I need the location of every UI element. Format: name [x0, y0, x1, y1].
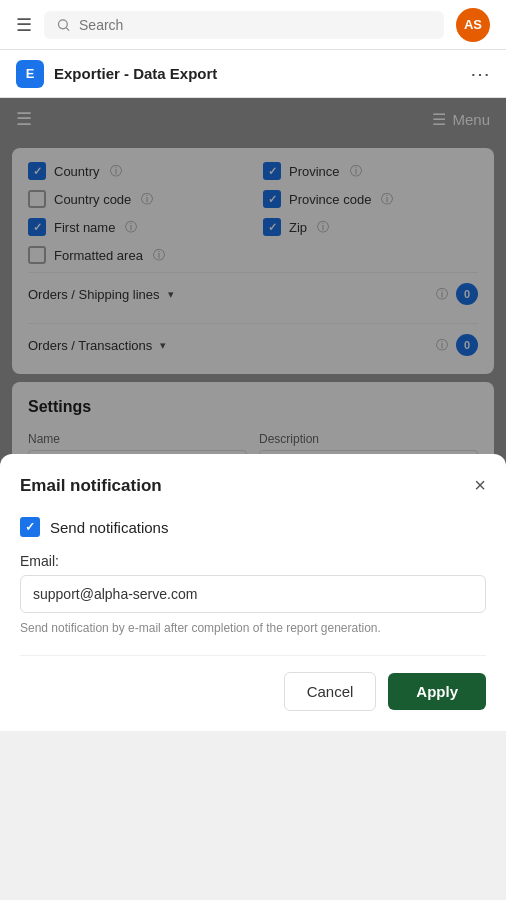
- search-bar[interactable]: [44, 11, 444, 39]
- send-notifications-row[interactable]: Send notifications: [20, 517, 486, 537]
- hamburger-icon[interactable]: ☰: [16, 14, 32, 36]
- email-hint: Send notification by e-mail after comple…: [20, 621, 486, 635]
- app-title: Exportier - Data Export: [54, 65, 217, 82]
- app-bar: E Exportier - Data Export ⋯: [0, 50, 506, 98]
- more-options-icon[interactable]: ⋯: [470, 62, 490, 86]
- cancel-button[interactable]: Cancel: [284, 672, 377, 711]
- search-input[interactable]: [79, 17, 432, 33]
- main-content: ☰ ☰ Menu Country ⓘ Province ⓘ Count: [0, 98, 506, 731]
- modal-footer: Cancel Apply: [20, 655, 486, 731]
- apply-button[interactable]: Apply: [388, 673, 486, 710]
- app-icon: E: [16, 60, 44, 88]
- modal-header: Email notification ×: [20, 474, 486, 497]
- search-icon: [56, 17, 71, 33]
- top-bar: ☰ AS: [0, 0, 506, 50]
- svg-point-0: [59, 19, 68, 28]
- email-input[interactable]: [20, 575, 486, 613]
- email-notification-modal: Email notification × Send notifications …: [0, 454, 506, 731]
- avatar: AS: [456, 8, 490, 42]
- svg-line-1: [66, 27, 69, 30]
- email-label: Email:: [20, 553, 486, 569]
- send-notifications-checkbox[interactable]: [20, 517, 40, 537]
- modal-overlay: Email notification × Send notifications …: [0, 98, 506, 731]
- send-notifications-label: Send notifications: [50, 519, 168, 536]
- modal-title: Email notification: [20, 476, 162, 496]
- email-field-group: Email: Send notification by e-mail after…: [20, 553, 486, 635]
- close-modal-button[interactable]: ×: [474, 474, 486, 497]
